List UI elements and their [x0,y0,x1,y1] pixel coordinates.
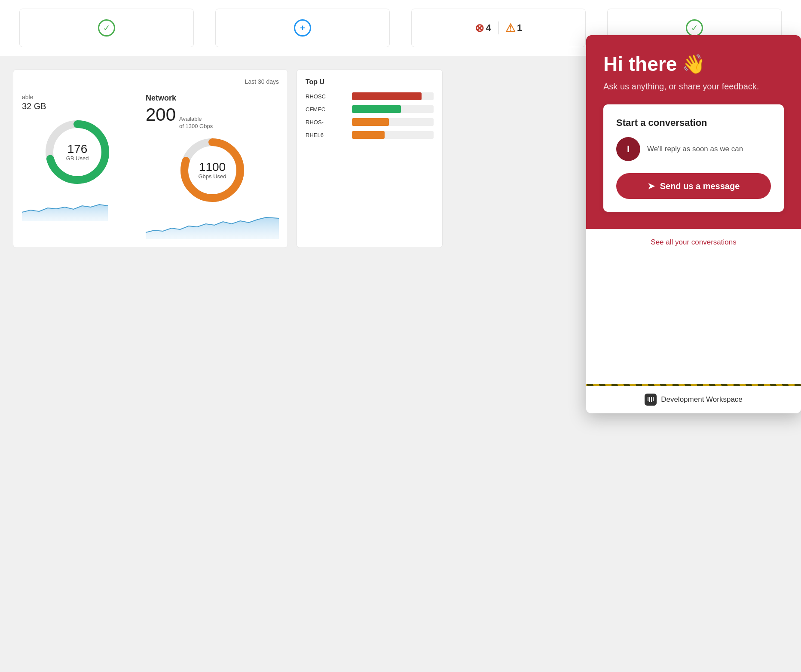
user-name: RHOS- [306,119,349,125]
chat-reply-info: I We'll reply as soon as we can [616,137,771,161]
check-green-icon-2: ✓ [686,19,703,37]
warn-icon: ⚠ [505,21,515,35]
storage-available-value: 32 GB [22,101,133,111]
svg-rect-8 [653,397,654,401]
metrics-panel: Last 30 days able 32 GB 17 [13,69,288,248]
network-available-value: 200 [146,104,176,125]
see-all-conversations-link[interactable]: See all your conversations [651,238,736,247]
usage-bar-fill [352,118,389,126]
chat-conversation-title: Start a conversation [616,117,771,128]
storage-donut: 176 GB Used [43,118,112,186]
storage-used-value: 176 [66,143,89,155]
usage-bar-bg [352,92,434,100]
check-blue-icon: + [294,19,311,37]
check-green-icon-1: ✓ [98,19,115,37]
network-area-chart [146,209,279,239]
network-used-value: 1100 [198,161,226,173]
send-icon: ➤ [648,181,655,191]
svg-rect-4 [645,394,657,406]
svg-rect-7 [651,397,652,402]
storage-area-chart [22,191,133,221]
intercom-icon [645,394,657,406]
storage-available-label: able [22,94,133,101]
warn-count: ⚠ 1 [505,21,522,35]
top-users-title: Top U [306,78,434,86]
storage-metric: able 32 GB 176 GB Used [22,94,133,221]
network-of-total: of 1300 Gbps [179,123,213,129]
status-card-1: ✓ [19,9,194,47]
svg-rect-5 [648,397,648,401]
wave-emoji: 👋 [682,53,706,75]
user-row: RHEL6 [306,131,434,139]
network-metric: Network 200 Available of 1300 Gbps [146,94,279,239]
chat-header-title: Hi there 👋 [603,52,784,76]
usage-bar-fill [352,105,401,113]
usage-bar-bg [352,131,434,139]
usage-bar-bg [352,105,434,113]
user-row: RHOSC [306,92,434,100]
status-card-2: + [215,9,390,47]
error-icon: ⊗ [475,21,484,35]
chat-bottom-bar: Development Workspace [586,384,801,413]
network-donut: 1100 Gbps Used [178,136,247,205]
chat-footer: See all your conversations [595,229,792,255]
send-button-label: Send us a message [660,181,740,191]
network-title: Network [146,94,279,103]
usage-bar-fill [352,92,422,100]
chat-empty-area [586,255,801,384]
user-name: CFMEC [306,106,349,113]
network-available-label: Available [179,115,213,123]
usage-bar-fill [352,131,385,139]
avatar: I [616,137,640,161]
chat-reply-text: We'll reply as soon as we can [647,144,743,155]
user-name: RHOSC [306,93,349,100]
storage-used-unit: GB Used [66,155,89,162]
chat-header-subtitle: Ask us anything, or share your feedback. [603,82,784,92]
date-range-label: Last 30 days [22,78,279,85]
user-name: RHEL6 [306,132,349,138]
chat-header: Hi there 👋 Ask us anything, or share you… [586,35,801,113]
send-message-button[interactable]: ➤ Send us a message [616,173,771,199]
error-count: ⊗ 4 [475,21,491,35]
chat-conversation-card: Start a conversation I We'll reply as so… [603,104,784,212]
chat-widget: Hi there 👋 Ask us anything, or share you… [586,35,801,413]
user-row: CFMEC [306,105,434,113]
usage-bar-bg [352,118,434,126]
user-row: RHOS- [306,118,434,126]
status-card-3: ⊗ 4 ⚠ 1 [411,9,586,47]
network-used-unit: Gbps Used [198,173,226,180]
top-users-panel: Top U RHOSC CFMEC RHOS- RHEL6 [297,69,443,248]
svg-rect-6 [649,397,650,402]
workspace-label: Development Workspace [661,395,743,404]
